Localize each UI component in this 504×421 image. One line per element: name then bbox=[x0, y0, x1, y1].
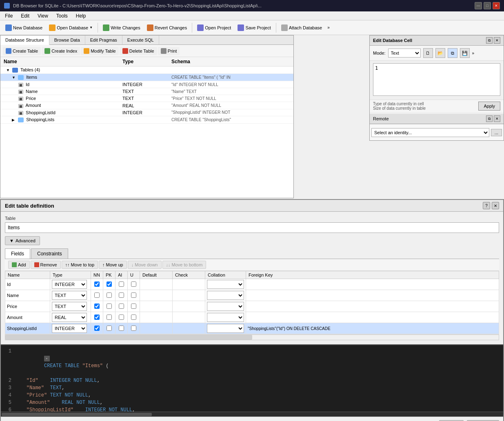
save-project-btn[interactable]: Save Project bbox=[235, 23, 273, 33]
field-collation-name[interactable] bbox=[205, 290, 246, 301]
horiz-scrollbar[interactable] bbox=[5, 335, 499, 340]
field-check-id[interactable] bbox=[173, 279, 205, 290]
sql-horiz-scrollbar[interactable] bbox=[1, 412, 503, 417]
sql-editor[interactable]: 1 ▸ CREATE TABLE "Items" ( 2 "Id" INTEGE… bbox=[1, 344, 503, 412]
field-collation-amount[interactable] bbox=[205, 312, 246, 323]
type-select-amount[interactable]: REALINTEGERTEXTBLOB bbox=[52, 313, 87, 322]
create-table-btn[interactable]: Create Table bbox=[3, 47, 41, 55]
pk-checkbox-name[interactable] bbox=[107, 292, 112, 298]
remote-restore-btn[interactable]: ⧉ bbox=[486, 115, 493, 122]
collation-select-slid[interactable] bbox=[207, 324, 244, 333]
field-default-name[interactable] bbox=[140, 290, 173, 301]
tree-row-name[interactable]: ▦ Name TEXT "Name" TEXT bbox=[0, 88, 293, 95]
field-check-amount[interactable] bbox=[173, 312, 205, 323]
dialog-help-btn[interactable]: ? bbox=[483, 202, 490, 209]
field-ai-slid[interactable] bbox=[115, 323, 128, 334]
remote-close-btn[interactable]: ✕ bbox=[494, 115, 500, 122]
menu-file[interactable]: File bbox=[3, 13, 14, 19]
create-index-btn[interactable]: Create Index bbox=[42, 47, 80, 55]
tree-row-price[interactable]: ▦ Price TEXT "Price" TEXT NOT NULL bbox=[0, 95, 293, 102]
pk-checkbox-slid[interactable] bbox=[107, 326, 112, 331]
ai-checkbox-amount[interactable] bbox=[119, 315, 124, 320]
move-down-btn[interactable]: ↓ Move down bbox=[128, 261, 162, 269]
nn-checkbox-name[interactable] bbox=[94, 292, 100, 298]
tab-constraints[interactable]: Constraints bbox=[31, 248, 68, 259]
table-row[interactable]: Price TEXTINTEGERREALBLOB bbox=[5, 301, 499, 312]
add-field-btn[interactable]: Add bbox=[8, 261, 30, 269]
pk-checkbox-price[interactable] bbox=[107, 304, 112, 309]
field-ai-amount[interactable] bbox=[115, 312, 128, 323]
nn-checkbox-price[interactable] bbox=[94, 304, 100, 309]
u-checkbox-amount[interactable] bbox=[131, 315, 136, 320]
maximize-btn[interactable]: □ bbox=[484, 2, 491, 9]
ai-checkbox-name[interactable] bbox=[119, 292, 124, 298]
table-row[interactable]: Amount REALINTEGERTEXTBLOB bbox=[5, 312, 499, 323]
ai-checkbox-slid[interactable] bbox=[119, 326, 124, 331]
field-collation-slid[interactable] bbox=[205, 323, 246, 334]
tree-row-amount[interactable]: ▦ Amount REAL "Amount" REAL NOT NULL bbox=[0, 102, 293, 109]
db-tree[interactable]: Name Type Schema ▼ Tables (4) bbox=[0, 57, 293, 147]
table-row[interactable]: Id INTEGERTEXTREALBLOB bbox=[5, 279, 499, 290]
mode-more-btn[interactable]: » bbox=[472, 51, 475, 55]
print-btn[interactable]: Print bbox=[158, 47, 180, 55]
remote-action-btn[interactable]: ... bbox=[491, 129, 502, 136]
cell-open-btn[interactable]: 📂 bbox=[435, 48, 445, 58]
menu-tools[interactable]: Tools bbox=[55, 13, 69, 19]
cell-copy-btn[interactable]: ⧉ bbox=[448, 48, 457, 58]
field-type-amount[interactable]: REALINTEGERTEXTBLOB bbox=[50, 312, 91, 323]
type-select-name[interactable]: TEXTINTEGERREALBLOB bbox=[52, 291, 87, 300]
field-type-name[interactable]: TEXTINTEGERREALBLOB bbox=[50, 290, 91, 301]
field-ai-name[interactable] bbox=[115, 290, 128, 301]
field-pk-id[interactable] bbox=[103, 279, 115, 290]
revert-changes-btn[interactable]: Revert Changes bbox=[144, 23, 190, 33]
tree-row-tables[interactable]: ▼ Tables (4) bbox=[0, 66, 293, 74]
tree-row-id[interactable]: ▦ Id INTEGER "Id" INTEGER NOT NULL bbox=[0, 81, 293, 88]
field-default-id[interactable] bbox=[140, 279, 173, 290]
menu-help[interactable]: Help bbox=[74, 13, 88, 19]
table-name-input[interactable] bbox=[5, 222, 499, 233]
write-changes-btn[interactable]: Write Changes bbox=[100, 23, 143, 33]
field-fk-name[interactable] bbox=[246, 290, 499, 301]
field-pk-name[interactable] bbox=[103, 290, 115, 301]
field-default-amount[interactable] bbox=[140, 312, 173, 323]
cell-new-btn[interactable]: 🗋 bbox=[423, 48, 433, 58]
dialog-close-btn[interactable]: ✕ bbox=[492, 202, 499, 209]
field-check-slid[interactable] bbox=[173, 323, 205, 334]
remove-field-btn[interactable]: Remove bbox=[31, 261, 61, 269]
edit-cell-close-btn[interactable]: ✕ bbox=[494, 37, 500, 44]
field-u-slid[interactable] bbox=[128, 323, 140, 334]
tree-row-items[interactable]: ▼ Items CREATE TABLE "Items" ( "Id" IN bbox=[0, 74, 293, 81]
field-type-price[interactable]: TEXTINTEGERREALBLOB bbox=[50, 301, 91, 312]
tab-edit-pragmas[interactable]: Edit Pragmas bbox=[85, 35, 122, 44]
advanced-btn[interactable]: ▼ Advanced bbox=[5, 236, 40, 245]
u-checkbox-name[interactable] bbox=[131, 292, 136, 298]
field-nn-amount[interactable] bbox=[91, 312, 103, 323]
tab-browse-data[interactable]: Browse Data bbox=[49, 35, 85, 44]
table-row[interactable]: ShoppingListId INTEGERTEXTREALBLOB bbox=[5, 323, 499, 334]
modify-table-btn[interactable]: Modify Table bbox=[81, 47, 119, 55]
field-type-slid[interactable]: INTEGERTEXTREALBLOB bbox=[50, 323, 91, 334]
field-check-name[interactable] bbox=[173, 290, 205, 301]
mode-select[interactable]: Text NULL Binary Image bbox=[388, 49, 421, 58]
menu-edit[interactable]: Edit bbox=[19, 13, 31, 19]
field-default-slid[interactable] bbox=[140, 323, 173, 334]
toolbar-more-btn[interactable]: » bbox=[326, 24, 331, 31]
delete-table-btn[interactable]: Delete Table bbox=[120, 47, 157, 55]
move-up-btn[interactable]: ↑ Move up bbox=[99, 261, 127, 269]
collation-select-price[interactable] bbox=[207, 302, 244, 311]
field-u-amount[interactable] bbox=[128, 312, 140, 323]
field-collation-id[interactable] bbox=[205, 279, 246, 290]
menu-view[interactable]: View bbox=[36, 13, 50, 19]
field-nn-id[interactable] bbox=[91, 279, 103, 290]
tree-row-shoppinglists[interactable]: ▶ ShoppingLists CREATE TABLE "ShoppingLi… bbox=[0, 116, 293, 124]
cell-save-btn[interactable]: 💾 bbox=[460, 48, 470, 58]
edit-cell-restore-btn[interactable]: ⧉ bbox=[486, 37, 493, 44]
field-u-id[interactable] bbox=[128, 279, 140, 290]
open-database-btn[interactable]: Open Database ▼ bbox=[46, 23, 95, 33]
field-type-id[interactable]: INTEGERTEXTREALBLOB bbox=[50, 279, 91, 290]
tab-database-structure[interactable]: Database Structure bbox=[0, 35, 49, 45]
tree-row-shoppinglistid[interactable]: ▦ ShoppingListId INTEGER "ShoppingListId… bbox=[0, 109, 293, 116]
close-btn[interactable]: ✕ bbox=[493, 2, 500, 9]
field-u-name[interactable] bbox=[128, 290, 140, 301]
pk-checkbox-id[interactable] bbox=[107, 281, 112, 287]
